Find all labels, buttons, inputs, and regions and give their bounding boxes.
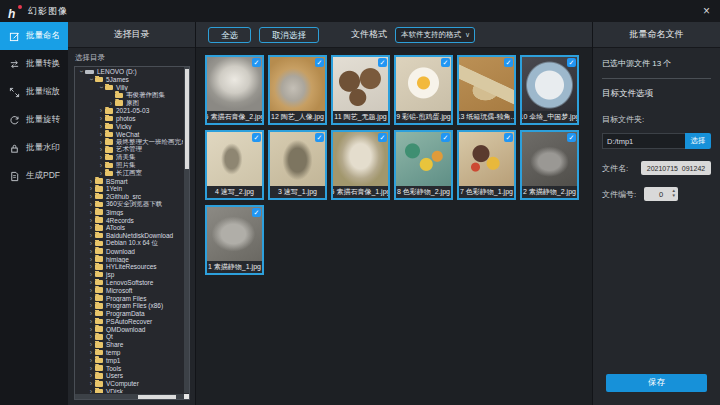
expander-icon[interactable]: › [87,178,95,185]
expander-icon[interactable]: › [97,154,105,161]
expander-icon[interactable]: › [87,365,95,372]
target-folder-input[interactable] [602,133,685,149]
checkbox-checked-icon[interactable]: ✓ [504,58,513,67]
tree-item[interactable]: ›ATools [75,224,183,232]
tree-item[interactable]: ›2Github_src [75,193,183,201]
expander-icon[interactable]: › [87,287,95,294]
expander-icon[interactable]: › [87,279,95,286]
image-tile[interactable]: ✓7 色彩静物_1.jpg [457,130,516,200]
tree-item[interactable]: ›3imgs [75,208,183,216]
expander-icon[interactable]: › [87,310,95,317]
expander-icon[interactable]: › [87,232,95,239]
expander-icon[interactable]: › [87,193,95,200]
tree-item[interactable]: ›Users [75,372,183,380]
expander-icon[interactable]: › [87,357,95,364]
expander-icon[interactable]: › [87,295,95,302]
tree-item[interactable]: 韦俊著作图集 [75,91,183,99]
sidebar-item-batch-rotate[interactable]: 批量旋转 [0,106,68,134]
tree-item[interactable]: ›Debian 10.x 64 位 [75,240,183,248]
expander-icon[interactable]: › [98,84,105,92]
checkbox-checked-icon[interactable]: ✓ [252,208,261,217]
tree-item[interactable]: ›2021-05-03 [75,107,183,115]
tree-item[interactable]: ›Share [75,341,183,349]
expander-icon[interactable]: › [87,333,95,340]
tree-item[interactable]: ›LenovoSoftstore [75,279,183,287]
tree-item[interactable]: ›360安全浏览器下载 [75,201,183,209]
tree-item[interactable]: ›Vicky [75,123,183,131]
expander-icon[interactable]: › [87,256,95,263]
expander-icon[interactable]: › [87,185,95,192]
close-icon[interactable]: × [703,4,710,18]
image-tile[interactable]: ✓12 陶艺_人像.jpg [268,55,327,125]
tree-item[interactable]: ›Microsoft [75,286,183,294]
tree-item[interactable]: ›Program Files (x86) [75,302,183,310]
tree-item[interactable]: ›4Records [75,216,183,224]
tree-item[interactable]: ›最终整理大一班绘画完成稿-1 [75,138,183,146]
tree-item[interactable]: ›长江画室 [75,169,183,177]
scrollbar-thumb[interactable] [185,69,189,169]
tree-item[interactable]: ›ProgramData [75,310,183,318]
checkbox-checked-icon[interactable]: ✓ [441,58,450,67]
sidebar-item-batch-watermark[interactable]: 批量水印 [0,134,68,162]
image-tile[interactable]: ✓1 素描静物_1.jpg [205,205,264,275]
expander-icon[interactable]: › [87,341,95,348]
tree-item[interactable]: ›VDisk [75,388,183,393]
checkbox-checked-icon[interactable]: ✓ [315,133,324,142]
image-tile[interactable]: ✓4 速写_2.jpg [205,130,264,200]
expander-icon[interactable]: › [97,146,105,153]
tree-item[interactable]: ›BSmart [75,177,183,185]
image-tile[interactable]: ✓8 色彩静物_2.jpg [394,130,453,200]
image-tile[interactable]: ✓10 伞绘_中国梦.jpg [520,55,579,125]
expander-icon[interactable]: › [97,139,105,146]
tree-item[interactable]: ›BaiduNetdiskDownload [75,232,183,240]
tree-item[interactable]: ›Download [75,247,183,255]
tree-horizontal-scrollbar[interactable] [75,394,184,399]
tree-item[interactable]: ›QMDownload [75,325,183,333]
checkbox-checked-icon[interactable]: ✓ [378,133,387,142]
image-tile[interactable]: ✓6 素描石膏像_2.jpg [205,55,264,125]
sidebar-item-batch-rename[interactable]: 批量命名 [0,22,68,50]
tree-item[interactable]: ›Tools [75,364,183,372]
expander-icon[interactable]: › [87,224,95,231]
expander-icon[interactable]: › [87,263,95,270]
expander-icon[interactable]: › [97,115,105,122]
tree-vertical-scrollbar[interactable] [184,67,189,393]
tree-item[interactable]: ›WeChat [75,130,183,138]
tree-item[interactable]: ›temp [75,349,183,357]
checkbox-checked-icon[interactable]: ✓ [504,133,513,142]
expander-icon[interactable]: › [87,349,95,356]
tree-item[interactable]: ›5James [75,76,183,84]
choose-folder-button[interactable]: 选择 [685,133,711,149]
tree-item[interactable]: ›VComputer [75,380,183,388]
expander-icon[interactable]: › [87,318,95,325]
expander-icon[interactable]: › [87,388,95,393]
expander-icon[interactable]: › [97,123,105,130]
image-tile[interactable]: ✓2 素描静物_2.jpg [520,130,579,200]
checkbox-checked-icon[interactable]: ✓ [252,58,261,67]
expander-icon[interactable]: › [88,76,95,84]
image-tile[interactable]: ✓3 速写_1.jpg [268,130,327,200]
scrollbar-thumb[interactable] [138,395,176,399]
expander-icon[interactable]: › [87,302,95,309]
sidebar-item-batch-scale[interactable]: 批量缩放 [0,78,68,106]
tree-item[interactable]: ›PSAutoRecover [75,318,183,326]
sidebar-item-generate-pdf[interactable]: 生成PDF [0,162,68,190]
checkbox-checked-icon[interactable]: ✓ [252,133,261,142]
filename-input[interactable] [641,161,711,175]
checkbox-checked-icon[interactable]: ✓ [567,58,576,67]
expander-icon[interactable]: › [87,380,95,387]
expander-icon[interactable]: › [97,170,105,177]
checkbox-checked-icon[interactable]: ✓ [315,58,324,67]
tree-item[interactable]: ›tmp1 [75,356,183,364]
tree-item[interactable]: ›Qt [75,333,183,341]
save-button[interactable]: 保存 [606,374,707,392]
tree-item[interactable]: ›HYLiteResources [75,263,183,271]
expander-icon[interactable]: › [87,240,95,247]
expander-icon[interactable]: › [87,271,95,278]
tree-item[interactable]: ›Program Files [75,294,183,302]
select-all-button[interactable]: 全选 [208,27,251,43]
tree-item[interactable]: ›1Yein [75,185,183,193]
stepper-down-icon[interactable]: ▼ [672,193,676,198]
tree-item[interactable]: ›Villy [75,84,183,92]
expander-icon[interactable]: › [107,100,115,107]
